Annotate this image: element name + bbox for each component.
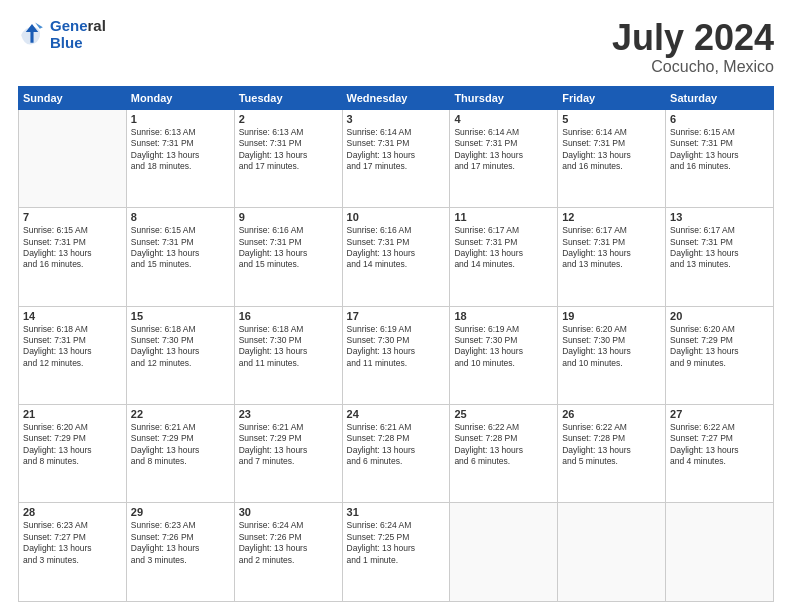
calendar-table: Sunday Monday Tuesday Wednesday Thursday… [18,86,774,602]
calendar-cell: 11Sunrise: 6:17 AMSunset: 7:31 PMDayligh… [450,208,558,306]
day-info: Sunrise: 6:14 AMSunset: 7:31 PMDaylight:… [562,127,661,173]
day-info: Sunrise: 6:21 AMSunset: 7:29 PMDaylight:… [239,422,338,468]
subtitle: Cocucho, Mexico [612,58,774,76]
calendar-week-3: 14Sunrise: 6:18 AMSunset: 7:31 PMDayligh… [19,306,774,404]
day-number: 19 [562,310,661,322]
day-info: Sunrise: 6:18 AMSunset: 7:30 PMDaylight:… [239,324,338,370]
day-number: 10 [347,211,446,223]
day-number: 3 [347,113,446,125]
day-info: Sunrise: 6:17 AMSunset: 7:31 PMDaylight:… [670,225,769,271]
calendar-cell: 18Sunrise: 6:19 AMSunset: 7:30 PMDayligh… [450,306,558,404]
header-thursday: Thursday [450,86,558,109]
day-number: 20 [670,310,769,322]
day-number: 18 [454,310,553,322]
day-number: 15 [131,310,230,322]
day-info: Sunrise: 6:16 AMSunset: 7:31 PMDaylight:… [347,225,446,271]
day-info: Sunrise: 6:18 AMSunset: 7:31 PMDaylight:… [23,324,122,370]
day-number: 12 [562,211,661,223]
calendar-week-2: 7Sunrise: 6:15 AMSunset: 7:31 PMDaylight… [19,208,774,306]
day-info: Sunrise: 6:20 AMSunset: 7:29 PMDaylight:… [670,324,769,370]
day-info: Sunrise: 6:19 AMSunset: 7:30 PMDaylight:… [454,324,553,370]
day-number: 24 [347,408,446,420]
day-info: Sunrise: 6:19 AMSunset: 7:30 PMDaylight:… [347,324,446,370]
main-title: July 2024 [612,18,774,58]
calendar-cell: 15Sunrise: 6:18 AMSunset: 7:30 PMDayligh… [126,306,234,404]
day-number: 16 [239,310,338,322]
day-number: 30 [239,506,338,518]
day-number: 31 [347,506,446,518]
day-number: 26 [562,408,661,420]
calendar-cell: 7Sunrise: 6:15 AMSunset: 7:31 PMDaylight… [19,208,127,306]
calendar-week-5: 28Sunrise: 6:23 AMSunset: 7:27 PMDayligh… [19,503,774,602]
logo-icon [18,21,46,49]
day-info: Sunrise: 6:21 AMSunset: 7:29 PMDaylight:… [131,422,230,468]
calendar-cell: 27Sunrise: 6:22 AMSunset: 7:27 PMDayligh… [666,405,774,503]
header-tuesday: Tuesday [234,86,342,109]
calendar-cell: 30Sunrise: 6:24 AMSunset: 7:26 PMDayligh… [234,503,342,602]
day-number: 6 [670,113,769,125]
calendar-cell: 4Sunrise: 6:14 AMSunset: 7:31 PMDaylight… [450,109,558,207]
calendar-cell [19,109,127,207]
day-number: 25 [454,408,553,420]
day-number: 29 [131,506,230,518]
day-info: Sunrise: 6:16 AMSunset: 7:31 PMDaylight:… [239,225,338,271]
header-sunday: Sunday [19,86,127,109]
page-header: GeneralBlue July 2024 Cocucho, Mexico [18,18,774,76]
day-number: 5 [562,113,661,125]
day-info: Sunrise: 6:23 AMSunset: 7:27 PMDaylight:… [23,520,122,566]
day-info: Sunrise: 6:14 AMSunset: 7:31 PMDaylight:… [347,127,446,173]
header-wednesday: Wednesday [342,86,450,109]
day-info: Sunrise: 6:17 AMSunset: 7:31 PMDaylight:… [562,225,661,271]
calendar-cell: 28Sunrise: 6:23 AMSunset: 7:27 PMDayligh… [19,503,127,602]
day-number: 17 [347,310,446,322]
calendar-cell: 29Sunrise: 6:23 AMSunset: 7:26 PMDayligh… [126,503,234,602]
day-number: 22 [131,408,230,420]
day-info: Sunrise: 6:13 AMSunset: 7:31 PMDaylight:… [131,127,230,173]
calendar-cell: 9Sunrise: 6:16 AMSunset: 7:31 PMDaylight… [234,208,342,306]
logo-text: GeneralBlue [50,18,106,51]
calendar-cell: 20Sunrise: 6:20 AMSunset: 7:29 PMDayligh… [666,306,774,404]
calendar-cell: 24Sunrise: 6:21 AMSunset: 7:28 PMDayligh… [342,405,450,503]
calendar-cell: 13Sunrise: 6:17 AMSunset: 7:31 PMDayligh… [666,208,774,306]
day-info: Sunrise: 6:15 AMSunset: 7:31 PMDaylight:… [131,225,230,271]
day-info: Sunrise: 6:24 AMSunset: 7:25 PMDaylight:… [347,520,446,566]
header-monday: Monday [126,86,234,109]
calendar-cell: 10Sunrise: 6:16 AMSunset: 7:31 PMDayligh… [342,208,450,306]
day-number: 23 [239,408,338,420]
calendar-cell: 17Sunrise: 6:19 AMSunset: 7:30 PMDayligh… [342,306,450,404]
day-number: 2 [239,113,338,125]
title-block: July 2024 Cocucho, Mexico [612,18,774,76]
calendar-cell: 16Sunrise: 6:18 AMSunset: 7:30 PMDayligh… [234,306,342,404]
calendar-cell: 1Sunrise: 6:13 AMSunset: 7:31 PMDaylight… [126,109,234,207]
day-number: 8 [131,211,230,223]
day-number: 21 [23,408,122,420]
calendar-cell: 8Sunrise: 6:15 AMSunset: 7:31 PMDaylight… [126,208,234,306]
calendar-cell: 6Sunrise: 6:15 AMSunset: 7:31 PMDaylight… [666,109,774,207]
day-info: Sunrise: 6:20 AMSunset: 7:29 PMDaylight:… [23,422,122,468]
day-info: Sunrise: 6:22 AMSunset: 7:28 PMDaylight:… [454,422,553,468]
day-number: 27 [670,408,769,420]
day-number: 9 [239,211,338,223]
calendar-cell: 5Sunrise: 6:14 AMSunset: 7:31 PMDaylight… [558,109,666,207]
day-info: Sunrise: 6:18 AMSunset: 7:30 PMDaylight:… [131,324,230,370]
calendar-cell [558,503,666,602]
calendar-cell: 22Sunrise: 6:21 AMSunset: 7:29 PMDayligh… [126,405,234,503]
calendar-cell: 19Sunrise: 6:20 AMSunset: 7:30 PMDayligh… [558,306,666,404]
calendar-cell: 3Sunrise: 6:14 AMSunset: 7:31 PMDaylight… [342,109,450,207]
logo: GeneralBlue [18,18,106,51]
calendar-cell: 31Sunrise: 6:24 AMSunset: 7:25 PMDayligh… [342,503,450,602]
calendar-week-4: 21Sunrise: 6:20 AMSunset: 7:29 PMDayligh… [19,405,774,503]
calendar-cell: 14Sunrise: 6:18 AMSunset: 7:31 PMDayligh… [19,306,127,404]
header-saturday: Saturday [666,86,774,109]
day-number: 4 [454,113,553,125]
calendar-cell: 2Sunrise: 6:13 AMSunset: 7:31 PMDaylight… [234,109,342,207]
day-number: 11 [454,211,553,223]
calendar-cell: 23Sunrise: 6:21 AMSunset: 7:29 PMDayligh… [234,405,342,503]
calendar-cell [666,503,774,602]
calendar-cell: 26Sunrise: 6:22 AMSunset: 7:28 PMDayligh… [558,405,666,503]
day-info: Sunrise: 6:22 AMSunset: 7:28 PMDaylight:… [562,422,661,468]
header-friday: Friday [558,86,666,109]
day-info: Sunrise: 6:15 AMSunset: 7:31 PMDaylight:… [23,225,122,271]
calendar-cell: 21Sunrise: 6:20 AMSunset: 7:29 PMDayligh… [19,405,127,503]
day-info: Sunrise: 6:13 AMSunset: 7:31 PMDaylight:… [239,127,338,173]
